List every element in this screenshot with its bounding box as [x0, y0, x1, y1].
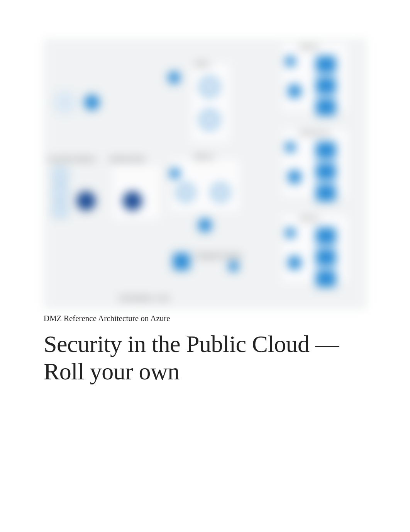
vm-icon — [316, 228, 336, 245]
user-icon — [228, 261, 239, 272]
user-icon — [53, 91, 76, 114]
web-tier-label: Web tier — [300, 44, 319, 50]
biz-tier-label: Business tier — [300, 130, 329, 136]
nva-icon — [200, 77, 219, 97]
dmz-in-box — [190, 62, 231, 143]
nva-icon — [212, 184, 229, 201]
user-icon — [285, 56, 296, 67]
gateway-icon — [76, 191, 96, 211]
user-icon — [285, 228, 296, 238]
article-title: Security in the Public Cloud — Roll your… — [44, 330, 366, 386]
vnet-label: Virtual Network - Azure — [119, 296, 169, 301]
architecture-diagram: DMZ in On-premises Network Gateway Subne… — [44, 39, 366, 309]
gateway-label: Gateway Subnet — [109, 156, 145, 162]
vm-icon — [316, 184, 336, 201]
vm-icon — [316, 270, 336, 287]
vm-icon — [316, 142, 336, 159]
nva-icon — [200, 110, 219, 129]
server-icon — [53, 168, 67, 182]
data-tier-box — [281, 214, 349, 284]
gateway-icon — [123, 191, 142, 211]
dmz-in-label: DMZ in — [195, 62, 210, 67]
mgmt-label: Management Subnet — [196, 253, 241, 258]
lb-icon — [288, 170, 302, 184]
image-caption: DMZ Reference Architecture on Azure — [44, 314, 366, 323]
server-icon — [53, 185, 67, 199]
user-icon — [285, 142, 296, 153]
web-tier-box — [281, 42, 349, 112]
vm-icon — [316, 249, 336, 266]
vm-icon — [316, 163, 336, 180]
vm-icon — [316, 77, 336, 94]
data-tier-label: Data tier — [300, 216, 319, 221]
node-icon — [84, 95, 100, 110]
mgmt-vm-icon — [173, 253, 190, 270]
lb-icon — [198, 218, 212, 232]
lb-icon — [288, 84, 302, 98]
user-icon — [169, 168, 180, 179]
biz-tier-box — [281, 128, 349, 198]
server-icon — [53, 203, 67, 217]
vm-icon — [316, 99, 336, 116]
lb-icon — [288, 256, 302, 270]
user-icon — [168, 71, 180, 84]
vm-icon — [316, 56, 336, 73]
nva-icon — [177, 184, 195, 201]
dmz-out-label: DMZ out — [195, 155, 213, 160]
on-prem-label: On-premises Network — [47, 156, 95, 162]
